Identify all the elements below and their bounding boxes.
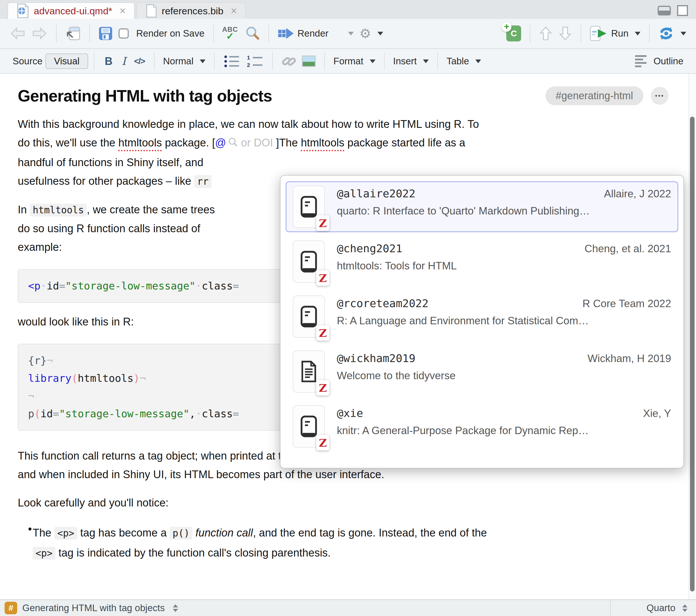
insert-dropdown-icon[interactable] bbox=[423, 60, 429, 63]
outline-icon bbox=[635, 55, 647, 67]
close-icon[interactable]: × bbox=[231, 5, 237, 17]
citation-search-icon bbox=[228, 137, 238, 148]
render-settings-button[interactable]: ⚙ bbox=[357, 26, 386, 41]
section-options-button[interactable]: ••• bbox=[651, 87, 668, 105]
zotero-badge-icon: Z bbox=[316, 215, 329, 231]
outline-toggle[interactable]: Outline bbox=[632, 55, 686, 67]
numbered-list-button[interactable]: 1 2 bbox=[243, 55, 266, 68]
popout-window-button[interactable] bbox=[62, 26, 83, 41]
italic-button[interactable]: I bbox=[117, 55, 130, 67]
citation-author: Wickham, H 2019 bbox=[587, 353, 671, 364]
section-anchor-badge: #generating-html bbox=[545, 86, 643, 105]
table-dropdown-icon[interactable] bbox=[475, 60, 481, 63]
format-menu-label: Format bbox=[333, 56, 363, 67]
zotero-badge-icon: Z bbox=[316, 435, 329, 450]
run-button[interactable]: Run bbox=[587, 26, 643, 41]
code-format-button[interactable]: </> bbox=[130, 56, 148, 66]
bib-file-icon bbox=[146, 4, 157, 18]
search-icon bbox=[245, 26, 260, 41]
book-icon: Z bbox=[293, 185, 325, 228]
vertical-scrollbar[interactable] bbox=[689, 74, 696, 599]
spellcheck-icon: ABC ✓ bbox=[222, 26, 238, 41]
render-button[interactable]: Render bbox=[275, 26, 357, 40]
section-navigator[interactable]: # Generating HTML with tag objects bbox=[0, 602, 610, 614]
run-icon bbox=[590, 26, 607, 41]
paragraph-style-select[interactable]: Normal bbox=[160, 56, 208, 67]
insert-chunk-button[interactable]: C+ bbox=[503, 26, 524, 42]
citation-id: @rcoreteam2022 bbox=[337, 297, 428, 310]
book-icon: Z bbox=[293, 405, 325, 448]
insert-link-button[interactable] bbox=[279, 54, 299, 69]
document-format-selector[interactable]: Quarto bbox=[610, 600, 696, 616]
format-select-arrows-icon[interactable] bbox=[682, 604, 687, 612]
citation-item[interactable]: Z @allaire2022 Allaire, J 2022 quarto: R… bbox=[286, 181, 678, 232]
citation-title: knitr: A General-Purpose Package for Dyn… bbox=[337, 425, 671, 437]
render-on-save-toggle[interactable]: Render on Save bbox=[116, 28, 207, 39]
citation-id: @allaire2022 bbox=[337, 187, 415, 200]
citation-author: Xie, Y bbox=[643, 407, 671, 420]
page-title: Generating HTML with tag objects bbox=[18, 86, 538, 105]
insert-image-button[interactable] bbox=[299, 55, 318, 67]
down-arrow-icon bbox=[558, 26, 572, 42]
go-previous-section-button[interactable] bbox=[536, 26, 555, 42]
citation-title: htmltools: Tools for HTML bbox=[337, 260, 671, 272]
inline-code: htmltools bbox=[30, 204, 87, 216]
tab-label: advanced-ui.qmd* bbox=[34, 5, 112, 17]
bold-button[interactable]: B bbox=[100, 55, 117, 67]
bullet-list-button[interactable] bbox=[220, 55, 243, 67]
run-label: Run bbox=[611, 28, 629, 39]
spellcheck-button[interactable]: ABC ✓ bbox=[220, 26, 242, 41]
current-section-label: Generating HTML with tag objects bbox=[22, 603, 165, 613]
render-on-save-checkbox[interactable] bbox=[118, 28, 129, 38]
citation-item[interactable]: Z @cheng2021 Cheng, et al. 2021 htmltool… bbox=[286, 236, 678, 287]
go-next-section-button[interactable] bbox=[555, 26, 575, 42]
citation-item[interactable]: Z @rcoreteam2022 R Core Team 2022 R: A L… bbox=[286, 291, 678, 342]
citation-item[interactable]: Z @wickham2019 Wickham, H 2019 Welcome t… bbox=[286, 346, 678, 397]
visual-mode-button[interactable]: Visual bbox=[46, 53, 88, 69]
format-menu[interactable]: Format bbox=[331, 56, 378, 67]
source-dropdown-icon[interactable] bbox=[681, 32, 686, 35]
run-dropdown-icon[interactable] bbox=[635, 32, 640, 35]
main-toolbar: Render on Save ABC ✓ Render ⚙ C+ bbox=[0, 19, 696, 49]
citation-id: @cheng2021 bbox=[337, 242, 402, 255]
forward-button[interactable] bbox=[29, 27, 50, 40]
render-dropdown-icon[interactable] bbox=[348, 32, 354, 35]
table-menu-label: Table bbox=[446, 56, 469, 67]
table-menu[interactable]: Table bbox=[444, 56, 484, 67]
citation-completion-popup: Z @allaire2022 Allaire, J 2022 quarto: R… bbox=[280, 175, 684, 468]
tab-label: references.bib bbox=[162, 5, 223, 17]
back-arrow-icon bbox=[10, 27, 26, 40]
popout-window-icon bbox=[65, 26, 81, 41]
minimize-pane-icon[interactable] bbox=[658, 6, 671, 15]
list-item: • The <p> tag has become a p() function … bbox=[18, 523, 668, 563]
paragraph-style-dropdown-icon[interactable] bbox=[200, 60, 205, 63]
editor-tabbar: advanced-ui.qmd* × references.bib × bbox=[0, 0, 696, 19]
section-select-arrows-icon[interactable] bbox=[173, 604, 178, 612]
format-dropdown-icon[interactable] bbox=[370, 60, 376, 63]
citation-widget[interactable]: [@ bbox=[212, 137, 226, 149]
outline-label: Outline bbox=[653, 56, 683, 67]
settings-dropdown-icon[interactable] bbox=[378, 32, 383, 35]
find-replace-button[interactable] bbox=[242, 26, 263, 41]
source-document-button[interactable] bbox=[655, 26, 689, 41]
source-mode-button[interactable]: Source bbox=[10, 56, 46, 67]
refresh-source-icon bbox=[658, 26, 674, 41]
scrollbar-thumb[interactable] bbox=[690, 117, 695, 591]
citation-placeholder: or DOI bbox=[241, 137, 273, 149]
insert-menu[interactable]: Insert bbox=[390, 56, 432, 67]
close-icon[interactable]: × bbox=[120, 5, 126, 17]
citation-title: Welcome to the tidyverse bbox=[337, 370, 671, 382]
render-on-save-label: Render on Save bbox=[136, 28, 205, 39]
misspelled-word: htmltools bbox=[301, 137, 344, 149]
back-button[interactable] bbox=[7, 27, 29, 40]
save-icon bbox=[98, 26, 113, 40]
save-button[interactable] bbox=[96, 26, 116, 40]
tab-advanced-ui-qmd[interactable]: advanced-ui.qmd* × bbox=[7, 2, 135, 19]
maximize-pane-icon[interactable] bbox=[677, 5, 688, 16]
insert-chunk-icon: C+ bbox=[506, 26, 521, 42]
paragraph-5: Look carefully and you'll notice: bbox=[18, 493, 668, 512]
tab-references-bib[interactable]: references.bib × bbox=[137, 2, 246, 19]
insert-menu-label: Insert bbox=[393, 56, 417, 67]
book-icon: Z bbox=[293, 295, 325, 338]
citation-item[interactable]: Z @xie Xie, Y knitr: A General-Purpose P… bbox=[286, 401, 678, 452]
